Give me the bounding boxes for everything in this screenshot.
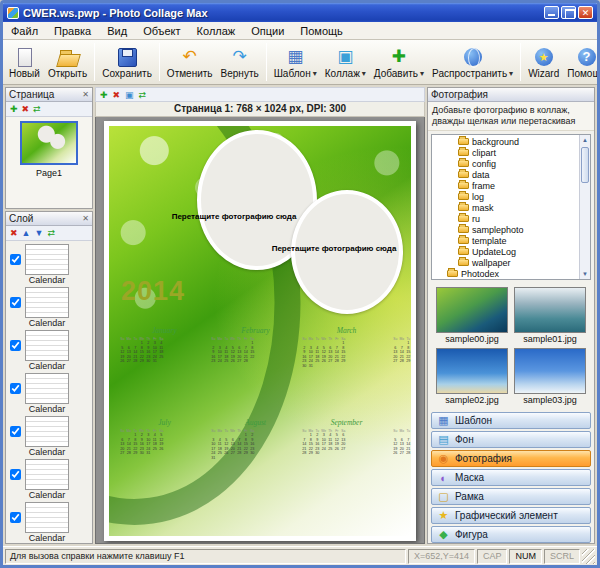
photo-thumbnail-image[interactable] xyxy=(514,287,586,333)
tree-item[interactable]: Photodex xyxy=(432,268,579,279)
folder-icon xyxy=(458,204,469,211)
layer-visibility-checkbox[interactable] xyxy=(10,469,21,480)
maximize-button[interactable] xyxy=(561,6,576,19)
layer-item[interactable]: Calendar xyxy=(10,502,88,543)
canvas-copy-icon[interactable]: ▣ xyxy=(125,88,134,102)
canvas-refresh-icon[interactable]: ⇄ xyxy=(139,88,147,102)
menu-item-1[interactable]: Файл xyxy=(3,24,46,38)
toolbar-button-undo[interactable]: ↶Отменить xyxy=(163,41,217,83)
toolbar-button-template[interactable]: ▦Шаблон▾ xyxy=(270,41,321,83)
layer-item[interactable]: Calendar xyxy=(10,287,88,328)
tree-scrollbar[interactable] xyxy=(579,135,590,279)
canvas-delete-icon[interactable]: ✖ xyxy=(113,88,121,102)
photo-thumbnail[interactable]: sample01.jpg xyxy=(514,287,586,344)
photo-thumbnail[interactable]: sample00.jpg xyxy=(436,287,508,344)
canvas-workspace[interactable]: Перетащите фотографию сюда Перетащите фо… xyxy=(95,117,425,544)
page-refresh-icon[interactable]: ⇄ xyxy=(33,102,41,116)
layer-visibility-checkbox[interactable] xyxy=(10,340,21,351)
toolbar-button-save[interactable]: Сохранить xyxy=(98,41,156,83)
dropdown-arrow-icon[interactable]: ▾ xyxy=(313,69,317,78)
toolbar-button-add[interactable]: ✚Добавить▾ xyxy=(370,41,428,83)
photo-thumbnail-image[interactable] xyxy=(436,348,508,394)
layer-item[interactable]: Calendar xyxy=(10,244,88,285)
layer-down-icon[interactable]: ▼ xyxy=(34,226,43,240)
menu-item-5[interactable]: Коллаж xyxy=(189,24,244,38)
category-button-frame[interactable]: ▢Рамка xyxy=(431,488,591,505)
layer-item[interactable]: Calendar xyxy=(10,416,88,457)
category-button-template[interactable]: ▦Шаблон xyxy=(431,412,591,429)
tree-item[interactable]: config xyxy=(432,158,579,169)
tree-item[interactable]: template xyxy=(432,235,579,246)
collage-page[interactable]: Перетащите фотографию сюда Перетащите фо… xyxy=(104,121,416,541)
tree-item[interactable]: clipart xyxy=(432,147,579,158)
tree-item[interactable]: frame xyxy=(432,180,579,191)
layer-thumbnail[interactable] xyxy=(25,502,69,533)
dropdown-arrow-icon[interactable]: ▾ xyxy=(420,69,424,78)
layer-visibility-checkbox[interactable] xyxy=(10,426,21,437)
layer-thumbnail[interactable] xyxy=(25,459,69,490)
minimize-button[interactable] xyxy=(544,6,559,19)
tree-scrollbar-thumb[interactable] xyxy=(581,147,589,183)
toolbar-button-open[interactable]: Открыть xyxy=(44,41,91,83)
title-bar[interactable]: CWER.ws.pwp - Photo Collage Max xyxy=(3,3,597,22)
layer-item[interactable]: Calendar xyxy=(10,373,88,414)
tree-item[interactable]: mask xyxy=(432,202,579,213)
menu-item-6[interactable]: Опции xyxy=(243,24,292,38)
tree-item[interactable]: ru xyxy=(432,213,579,224)
photo-thumbnail[interactable]: sample02.jpg xyxy=(436,348,508,405)
layer-thumbnail[interactable] xyxy=(25,330,69,361)
page-delete-icon[interactable]: ✖ xyxy=(22,102,30,116)
layer-visibility-checkbox[interactable] xyxy=(10,512,21,523)
layer-item[interactable]: Calendar xyxy=(10,330,88,371)
menu-item-2[interactable]: Правка xyxy=(46,24,99,38)
toolbar-button-label: Wizard xyxy=(528,68,559,79)
layer-up-icon[interactable]: ▲ xyxy=(22,226,31,240)
toolbar-button-redo[interactable]: ↷Вернуть xyxy=(217,41,263,83)
publish-icon xyxy=(461,46,485,68)
toolbar-button-label: Помощь xyxy=(567,68,600,79)
page-add-icon[interactable]: ✚ xyxy=(10,102,18,116)
menu-item-4[interactable]: Объект xyxy=(135,24,188,38)
layer-visibility-checkbox[interactable] xyxy=(10,297,21,308)
resize-grip[interactable] xyxy=(582,549,595,564)
layer-thumbnail[interactable] xyxy=(25,416,69,447)
canvas-add-icon[interactable]: ✚ xyxy=(100,88,108,102)
dropdown-arrow-icon[interactable]: ▾ xyxy=(362,69,366,78)
category-button-photo[interactable]: ◉Фотография xyxy=(431,450,591,467)
tree-item[interactable]: samplephoto xyxy=(432,224,579,235)
category-button-mask[interactable]: ◐Маска xyxy=(431,469,591,486)
layer-delete-icon[interactable]: ✖ xyxy=(10,226,18,240)
close-icon[interactable]: ✕ xyxy=(82,213,89,225)
tree-item[interactable]: wallpaper xyxy=(432,257,579,268)
close-icon[interactable]: ✕ xyxy=(82,89,89,101)
page-thumbnail[interactable] xyxy=(20,121,78,165)
photo-thumbnail-image[interactable] xyxy=(514,348,586,394)
dropdown-arrow-icon[interactable]: ▾ xyxy=(509,69,513,78)
close-button[interactable] xyxy=(578,6,593,19)
menu-item-7[interactable]: Помощь xyxy=(292,24,351,38)
layer-thumbnail[interactable] xyxy=(25,373,69,404)
layer-thumbnail[interactable] xyxy=(25,244,69,275)
toolbar-button-new[interactable]: Новый xyxy=(5,41,44,83)
tree-item[interactable]: UpdateLog xyxy=(432,246,579,257)
layer-refresh-icon[interactable]: ⇄ xyxy=(47,226,55,240)
tree-item[interactable]: data xyxy=(432,169,579,180)
layer-item[interactable]: Calendar xyxy=(10,459,88,500)
photo-thumbnail[interactable]: sample03.jpg xyxy=(514,348,586,405)
tree-item-label: clipart xyxy=(472,148,496,158)
tree-item[interactable]: background xyxy=(432,136,579,147)
toolbar-button-help[interactable]: Помощь xyxy=(563,41,600,83)
photo-thumbnail-image[interactable] xyxy=(436,287,508,333)
category-button-background[interactable]: ▤Фон xyxy=(431,431,591,448)
layer-thumbnail[interactable] xyxy=(25,287,69,318)
tree-item[interactable]: log xyxy=(432,191,579,202)
toolbar-button-collage[interactable]: ▣Коллаж▾ xyxy=(321,41,370,83)
menu-item-3[interactable]: Вид xyxy=(99,24,135,38)
layer-visibility-checkbox[interactable] xyxy=(10,254,21,265)
toolbar-button-publish[interactable]: Распространить▾ xyxy=(428,41,517,83)
category-button-shape[interactable]: ◆Фигура xyxy=(431,526,591,543)
category-button-graphic[interactable]: ★Графический элемент xyxy=(431,507,591,524)
toolbar-button-wizard[interactable]: Wizard xyxy=(524,41,563,83)
tree-item-label: samplephoto xyxy=(472,225,524,235)
layer-visibility-checkbox[interactable] xyxy=(10,383,21,394)
